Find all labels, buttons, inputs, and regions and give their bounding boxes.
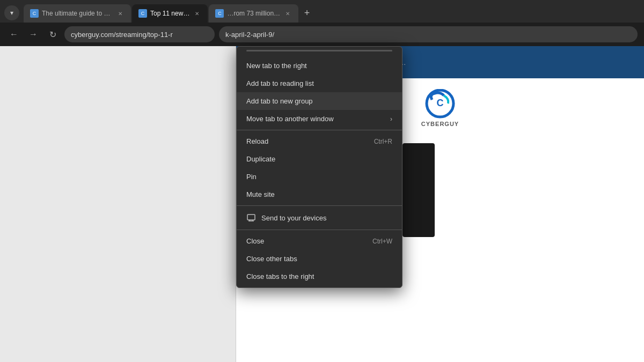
menu-item-add-new-group[interactable]: Add tab to new group (237, 92, 402, 110)
menu-item-close[interactable]: Close Ctrl+W (237, 232, 402, 250)
browser-window: C The ultimate guide to viewing t… ✕ C T… (0, 0, 644, 362)
url-input[interactable] (64, 26, 215, 42)
cyberguy-logo: C (421, 89, 459, 119)
close-shortcut: Ctrl+W (372, 238, 392, 245)
left-content-area (0, 46, 236, 362)
mute-site-label: Mute site (246, 190, 275, 198)
reload-shortcut: Ctrl+R (374, 138, 392, 145)
menu-item-close-right[interactable]: Close tabs to the right (237, 268, 402, 285)
context-menu: New tab to the right Add tab to reading … (236, 46, 402, 288)
content-area: TOP POSTS ‹ › Best Antivirus Protectio… … (0, 46, 644, 362)
menu-item-new-tab-right[interactable]: New tab to the right (237, 57, 402, 75)
menu-section-1: New tab to the right Add tab to reading … (237, 55, 402, 130)
tab-1-close[interactable]: ✕ (116, 9, 125, 18)
reload-label: Reload (246, 137, 268, 145)
move-tab-label: Move tab to another window (246, 115, 334, 123)
tab-2-close[interactable]: ✕ (193, 9, 201, 18)
add-new-group-label: Add tab to new group (246, 97, 313, 105)
tab-dropdown-button[interactable] (4, 5, 19, 20)
menu-item-pin[interactable]: Pin (237, 168, 402, 186)
add-reading-list-label: Add tab to reading list (246, 79, 314, 87)
tab-1-title: The ultimate guide to viewing t… (42, 10, 113, 17)
tab-3-favicon: C (215, 9, 224, 18)
close-other-label: Close other tabs (246, 255, 297, 263)
menu-item-send-devices[interactable]: Send to your devices (237, 208, 402, 227)
tab-2[interactable]: C Top 11 new… ✕ (132, 4, 208, 23)
thumbnail-2-partial (402, 143, 435, 237)
tab-1[interactable]: C The ultimate guide to viewing t… ✕ (24, 4, 131, 23)
address-bar: ← → ↻ (0, 23, 644, 46)
close-right-label: Close tabs to the right (246, 272, 314, 280)
move-tab-arrow: › (390, 115, 392, 123)
send-devices-icon (246, 213, 256, 223)
url-input-right[interactable] (219, 26, 638, 42)
back-button[interactable]: ← (6, 27, 21, 42)
forward-button[interactable]: → (26, 27, 41, 42)
menu-section-2: Reload Ctrl+R Duplicate Pin Mute s (237, 130, 402, 205)
reload-button[interactable]: ↻ (45, 27, 60, 42)
tab-3-title: …rom 73 million… (227, 10, 280, 17)
tab-2-favicon: C (138, 9, 147, 18)
menu-item-reload[interactable]: Reload Ctrl+R (237, 132, 402, 150)
svg-rect-8 (247, 215, 255, 220)
tab-3-close[interactable]: ✕ (283, 9, 292, 18)
menu-top-divider (246, 50, 392, 51)
tab-1-favicon: C (30, 9, 39, 18)
menu-item-duplicate[interactable]: Duplicate (237, 150, 402, 168)
svg-text:C: C (437, 98, 444, 108)
new-tab-button[interactable]: + (299, 5, 314, 20)
menu-section-4: Close Ctrl+W Close other tabs Close tabs… (237, 230, 402, 287)
send-devices-label: Send to your devices (261, 214, 326, 222)
pin-label: Pin (246, 173, 257, 181)
tab-bar: C The ultimate guide to viewing t… ✕ C T… (0, 0, 644, 23)
menu-item-move-tab[interactable]: Move tab to another window › (237, 110, 402, 128)
tab-3[interactable]: C …rom 73 million… ✕ (209, 4, 298, 23)
menu-item-close-other[interactable]: Close other tabs (237, 250, 402, 268)
menu-section-3: Send to your devices (237, 205, 402, 230)
duplicate-label: Duplicate (246, 155, 275, 163)
menu-item-mute-site[interactable]: Mute site (237, 186, 402, 203)
menu-item-add-reading-list[interactable]: Add tab to reading list (237, 75, 402, 92)
cyberguy-text: CYBERGUY (421, 121, 459, 127)
tab-2-title: Top 11 new… (150, 10, 189, 17)
new-tab-right-label: New tab to the right (246, 62, 307, 70)
close-label: Close (246, 237, 264, 245)
